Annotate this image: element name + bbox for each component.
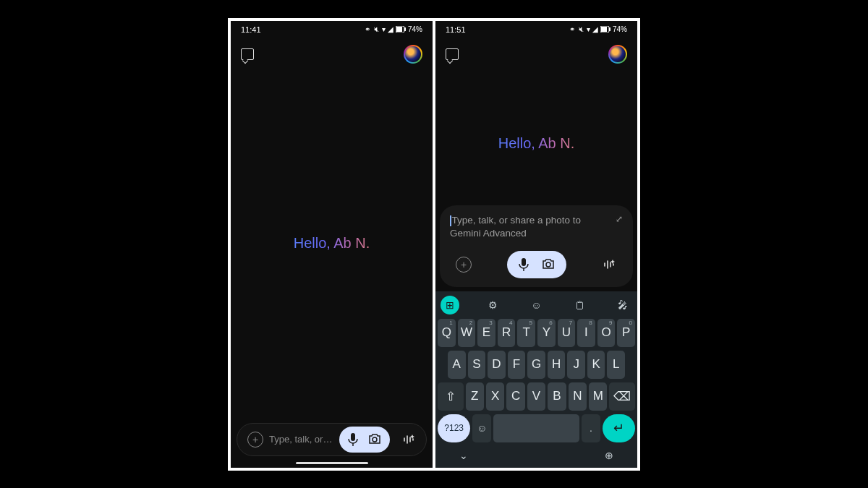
key-y[interactable]: Y6 xyxy=(537,319,556,347)
add-button[interactable]: + xyxy=(450,251,477,278)
home-indicator[interactable] xyxy=(296,462,368,464)
key-t[interactable]: T5 xyxy=(517,319,535,347)
kb-settings-icon[interactable]: ⚙ xyxy=(484,296,503,314)
chat-icon[interactable] xyxy=(241,48,254,60)
wifi-icon: ▾ xyxy=(587,25,590,33)
mute-icon: 🔇︎ xyxy=(577,25,584,33)
key-symbols[interactable]: ?123 xyxy=(438,414,470,442)
svg-rect-3 xyxy=(351,433,355,441)
status-bar: 11:51 ⚭ 🔇︎ ▾ ◢ 74% xyxy=(435,21,637,38)
avatar[interactable] xyxy=(404,45,422,64)
key-b[interactable]: B xyxy=(548,382,566,411)
svg-point-5 xyxy=(373,437,377,442)
key-r[interactable]: R4 xyxy=(498,319,516,347)
link-icon: ⚭ xyxy=(365,25,370,33)
svg-point-15 xyxy=(546,262,550,267)
signal-icon: ◢ xyxy=(388,25,393,33)
chat-icon[interactable] xyxy=(446,48,459,60)
action-pill xyxy=(507,251,566,278)
kb-clipboard-icon[interactable]: 📋︎ xyxy=(570,296,589,314)
avatar[interactable] xyxy=(608,45,627,64)
live-button[interactable] xyxy=(595,251,623,278)
key-p[interactable]: P0 xyxy=(617,319,635,347)
keyboard: ⊞ ⚙ ☺ 📋︎ 🎤︎ Q1W2E3R4T5Y6U7I8O9P0 ASDFGHJ… xyxy=(435,291,637,468)
key-v[interactable]: V xyxy=(527,382,545,411)
key-j[interactable]: J xyxy=(567,351,585,379)
key-enter[interactable]: ↵ xyxy=(603,414,635,442)
svg-rect-13 xyxy=(522,258,526,266)
nav-language-icon[interactable]: ⊕ xyxy=(605,450,613,461)
key-shift[interactable]: ⇧ xyxy=(438,382,464,411)
keyboard-toolbar: ⊞ ⚙ ☺ 📋︎ 🎤︎ xyxy=(438,294,635,316)
link-icon: ⚭ xyxy=(569,25,575,33)
key-d[interactable]: D xyxy=(488,351,506,379)
nav-collapse-icon[interactable]: ⌄ xyxy=(459,450,468,461)
camera-icon[interactable] xyxy=(368,434,381,445)
mic-icon[interactable] xyxy=(348,433,358,446)
nav-bar: ⌄ ⊕ xyxy=(438,446,635,465)
expanded-input: Type, talk, or share a photo to Gemini A… xyxy=(440,205,633,286)
key-u[interactable]: U7 xyxy=(558,319,576,347)
key-a[interactable]: A xyxy=(448,351,466,379)
key-h[interactable]: H xyxy=(548,351,566,379)
live-icon[interactable] xyxy=(396,427,422,453)
key-n[interactable]: N xyxy=(569,382,587,411)
status-bar: 11:41 ⚭ 🔇︎ ▾ ◢ 74% xyxy=(231,21,433,38)
mute-icon: 🔇︎ xyxy=(373,25,380,33)
battery-percent: 74% xyxy=(613,25,627,33)
phone-left: 11:41 ⚭ 🔇︎ ▾ ◢ 74% Hello, Ab N. + Type, … xyxy=(231,21,433,468)
key-c[interactable]: C xyxy=(506,382,524,411)
screenshot-comparison: 11:41 ⚭ 🔇︎ ▾ ◢ 74% Hello, Ab N. + Type, … xyxy=(228,18,640,471)
key-x[interactable]: X xyxy=(486,382,504,411)
key-backspace[interactable]: ⌫ xyxy=(609,382,635,411)
svg-rect-1 xyxy=(396,27,402,32)
battery-icon xyxy=(396,26,406,33)
status-indicators: ⚭ 🔇︎ ▾ ◢ 74% xyxy=(365,25,422,33)
text-cursor xyxy=(450,215,451,226)
svg-rect-2 xyxy=(404,27,406,31)
key-emoji[interactable]: ☺ xyxy=(472,414,491,442)
kb-voice-icon[interactable]: 🎤︎ xyxy=(613,296,632,314)
key-i[interactable]: I8 xyxy=(577,319,595,347)
input-field[interactable]: Type, talk, or share a photo to Gemini A… xyxy=(450,214,608,240)
mic-icon[interactable] xyxy=(519,258,529,271)
status-time: 11:51 xyxy=(446,25,466,34)
svg-rect-12 xyxy=(609,27,610,31)
key-m[interactable]: M xyxy=(589,382,607,411)
key-period[interactable]: . xyxy=(582,414,600,442)
greeting-text: Hello, Ab N. xyxy=(294,235,370,252)
svg-rect-11 xyxy=(601,27,607,32)
status-indicators: ⚭ 🔇︎ ▾ ◢ 74% xyxy=(569,25,627,33)
input-placeholder: Type, talk, or share a photo to Gemini A… xyxy=(450,215,581,239)
input-placeholder[interactable]: Type, talk, or share… xyxy=(269,434,333,445)
app-header xyxy=(231,38,433,70)
app-header xyxy=(435,38,637,70)
key-k[interactable]: K xyxy=(587,351,605,379)
expand-icon[interactable]: ⤢ xyxy=(616,214,623,240)
key-s[interactable]: S xyxy=(468,351,486,379)
add-icon[interactable]: + xyxy=(247,432,263,448)
input-bar[interactable]: + Type, talk, or share… xyxy=(237,423,427,456)
key-q[interactable]: Q1 xyxy=(438,319,456,347)
battery-icon xyxy=(600,26,610,33)
action-pill xyxy=(339,427,390,453)
key-l[interactable]: L xyxy=(607,351,625,379)
kb-grid-icon[interactable]: ⊞ xyxy=(441,296,459,314)
key-o[interactable]: O9 xyxy=(597,319,616,347)
greeting-area: Hello, Ab N. xyxy=(435,70,637,206)
greeting-area: Hello, Ab N. xyxy=(231,70,433,417)
greeting-text: Hello, Ab N. xyxy=(498,135,575,152)
battery-percent: 74% xyxy=(408,25,422,33)
key-z[interactable]: Z xyxy=(466,382,484,411)
key-space[interactable] xyxy=(493,414,579,442)
status-time: 11:41 xyxy=(241,25,261,34)
key-w[interactable]: W2 xyxy=(458,319,476,347)
kb-emoji-icon[interactable]: ☺ xyxy=(527,296,546,314)
key-e[interactable]: E3 xyxy=(477,319,495,347)
key-f[interactable]: F xyxy=(508,351,526,379)
wifi-icon: ▾ xyxy=(382,25,386,33)
signal-icon: ◢ xyxy=(592,25,598,33)
phone-right: 11:51 ⚭ 🔇︎ ▾ ◢ 74% Hello, Ab N. Type, ta… xyxy=(435,21,637,468)
key-g[interactable]: G xyxy=(527,351,545,379)
camera-icon[interactable] xyxy=(542,259,555,270)
